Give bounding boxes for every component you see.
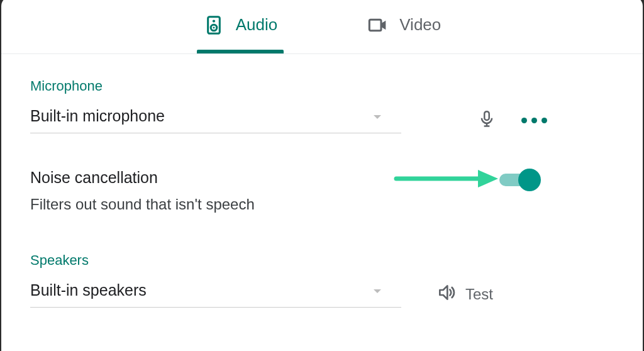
microphone-indicator-area bbox=[401, 109, 614, 131]
svg-point-1 bbox=[213, 20, 215, 22]
audio-settings-content: Microphone Built-in microphone bbox=[1, 54, 643, 308]
tab-video[interactable]: Video bbox=[363, 0, 445, 53]
speakers-test-area: Test bbox=[401, 282, 614, 306]
noise-cancellation-section: Noise cancellation Filters out sound tha… bbox=[30, 169, 614, 213]
noise-cancellation-toggle[interactable] bbox=[499, 169, 538, 191]
tab-video-label: Video bbox=[399, 15, 441, 35]
speakers-section-label: Speakers bbox=[30, 252, 614, 269]
microphone-row: Built-in microphone bbox=[30, 107, 614, 133]
tab-audio-label: Audio bbox=[236, 15, 278, 35]
level-dot bbox=[521, 118, 527, 123]
level-dot bbox=[541, 118, 547, 123]
microphone-section: Microphone Built-in microphone bbox=[30, 78, 614, 133]
chevron-down-icon bbox=[370, 284, 385, 301]
noise-cancellation-description: Filters out sound that isn't speech bbox=[30, 196, 401, 213]
svg-rect-5 bbox=[484, 111, 489, 120]
test-label: Test bbox=[465, 286, 493, 303]
speakers-select[interactable]: Built-in speakers bbox=[30, 281, 401, 308]
svg-rect-4 bbox=[370, 20, 382, 30]
microphone-icon bbox=[477, 109, 496, 131]
noise-cancellation-title: Noise cancellation bbox=[30, 169, 401, 187]
noise-cancellation-text: Noise cancellation Filters out sound tha… bbox=[30, 169, 401, 213]
select-underline bbox=[30, 307, 401, 308]
toggle-thumb bbox=[518, 169, 541, 191]
svg-point-3 bbox=[213, 26, 214, 28]
speakers-row: Built-in speakers bbox=[30, 281, 614, 308]
select-underline bbox=[30, 133, 401, 133]
volume-icon bbox=[436, 282, 457, 306]
mic-level-indicator bbox=[521, 118, 547, 123]
microphone-selected-value: Built-in microphone bbox=[30, 107, 401, 133]
annotation-arrow bbox=[394, 166, 501, 191]
settings-panel: Audio Video Microphone Built-in micropho… bbox=[1, 0, 643, 351]
camera-icon bbox=[367, 14, 388, 36]
speakers-section: Speakers Built-in speakers bbox=[30, 252, 614, 308]
speaker-icon bbox=[203, 14, 225, 36]
microphone-section-label: Microphone bbox=[30, 78, 614, 94]
tab-bar: Audio Video bbox=[1, 0, 643, 54]
microphone-select[interactable]: Built-in microphone bbox=[30, 107, 401, 133]
speakers-selected-value: Built-in speakers bbox=[30, 281, 401, 307]
chevron-down-icon bbox=[370, 109, 385, 127]
test-speakers-button[interactable]: Test bbox=[436, 282, 553, 306]
tab-active-indicator bbox=[197, 50, 284, 53]
level-dot bbox=[531, 118, 537, 123]
tab-audio[interactable]: Audio bbox=[199, 0, 282, 53]
